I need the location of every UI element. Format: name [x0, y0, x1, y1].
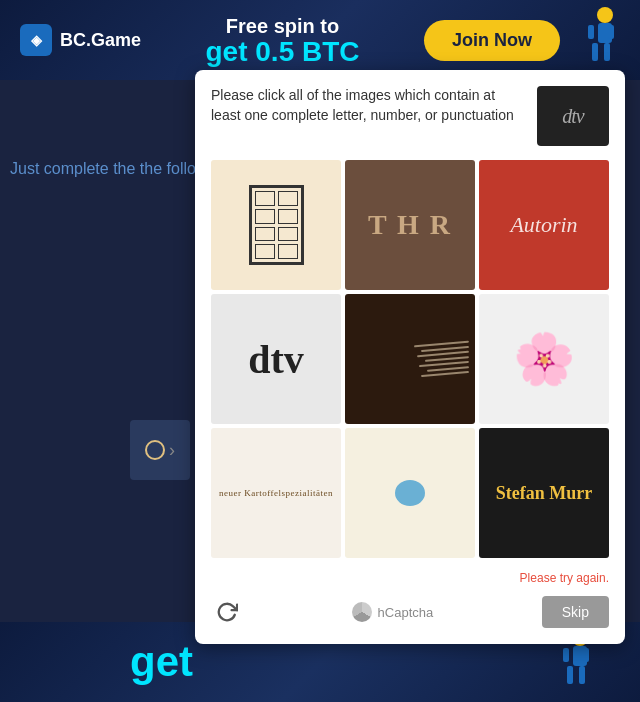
- sidebar-radio-container: ›: [130, 420, 190, 480]
- svg-rect-9: [579, 666, 585, 684]
- handwriting-lines: [414, 343, 469, 375]
- grid-cell-autorin[interactable]: Autorin: [479, 160, 609, 290]
- hcaptcha-logo-icon: [352, 602, 372, 622]
- grid-cell-bluedot[interactable]: [345, 428, 475, 558]
- hcaptcha-brand: hCaptcha: [352, 602, 434, 622]
- refresh-button[interactable]: [211, 596, 243, 628]
- skip-button[interactable]: Skip: [542, 596, 609, 628]
- autorin-text: Autorin: [510, 212, 577, 238]
- bg-text-prefix: Just complete the: [10, 160, 135, 177]
- logo-icon: ◈: [20, 24, 52, 56]
- logo: ◈ BC.Game: [20, 24, 141, 56]
- dtv-text: dtv: [248, 336, 304, 383]
- banner-character: [570, 5, 620, 75]
- grid-cell-thr[interactable]: T H R: [345, 160, 475, 290]
- grid-cell-dtv[interactable]: dtv: [211, 294, 341, 424]
- bottom-get-text: get: [130, 638, 193, 686]
- grid-cell-handwriting[interactable]: [345, 294, 475, 424]
- try-again-container: Please try again.: [211, 568, 609, 586]
- captcha-preview-image: dtv: [537, 86, 609, 146]
- kartoffel-text: neuer Kartoffelspezialitäten: [219, 488, 333, 498]
- banner-promo-text: Free spin to get 0.5 BTC: [141, 15, 424, 66]
- captcha-instruction: Please click all of the images which con…: [211, 86, 525, 125]
- svg-rect-3: [604, 43, 610, 61]
- bg-text-link: the: [140, 160, 167, 177]
- svg-rect-8: [567, 666, 573, 684]
- door-image: [249, 185, 304, 265]
- preview-text: dtv: [562, 105, 583, 128]
- grid-cell-stefan[interactable]: Stefan Murr: [479, 428, 609, 558]
- stefan-text: Stefan Murr: [494, 481, 594, 506]
- logo-text: BC.Game: [60, 30, 141, 51]
- svg-rect-2: [592, 43, 598, 61]
- radio-button[interactable]: [145, 440, 165, 460]
- free-spin-label: Free spin to: [141, 15, 424, 38]
- blue-dot-image: [395, 480, 425, 506]
- grid-cell-floral[interactable]: 🌸: [479, 294, 609, 424]
- join-now-button[interactable]: Join Now: [424, 20, 560, 61]
- top-banner: ◈ BC.Game Free spin to get 0.5 BTC Join …: [0, 0, 640, 80]
- captcha-footer: hCaptcha Skip: [211, 592, 609, 628]
- svg-point-0: [597, 7, 613, 23]
- captcha-image-grid: T H R Autorin dtv 🌸: [211, 160, 609, 558]
- captcha-modal: Please click all of the images which con…: [195, 70, 625, 644]
- grid-cell-door[interactable]: [211, 160, 341, 290]
- svg-rect-10: [563, 648, 569, 662]
- btc-amount: get 0.5 BTC: [141, 38, 424, 66]
- captcha-header: Please click all of the images which con…: [211, 86, 609, 146]
- svg-rect-11: [583, 648, 589, 662]
- refresh-icon: [216, 601, 238, 623]
- try-again-text: Please try again.: [520, 571, 609, 585]
- arrow-right-icon: ›: [169, 440, 175, 461]
- hcaptcha-label: hCaptcha: [378, 605, 434, 620]
- thr-text: T H R: [368, 209, 452, 241]
- floral-image: 🌸: [513, 330, 575, 388]
- grid-cell-kartoffel[interactable]: neuer Kartoffelspezialitäten: [211, 428, 341, 558]
- svg-rect-5: [608, 25, 614, 39]
- svg-rect-4: [588, 25, 594, 39]
